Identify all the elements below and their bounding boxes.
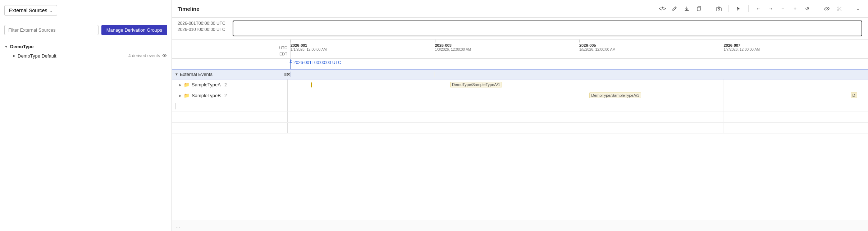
toolbar-group-cursor	[733, 4, 744, 14]
sample-type-a-count: 2	[224, 82, 227, 87]
zoom-in-button[interactable]: +	[790, 4, 800, 14]
link-button[interactable]	[822, 4, 832, 14]
grid-line	[578, 112, 578, 122]
cursor-line-area: 🖈 2026-001T00:00:00 UTC	[291, 59, 868, 69]
grid-line	[723, 123, 723, 133]
left-panel: External Sources ⌄ Manage Derivation Gro…	[0, 0, 172, 231]
resize-handle[interactable]	[175, 103, 178, 109]
ruler-tick: 2026-001 1/1/2026, 12:00:00 AM	[291, 40, 327, 51]
cursor-button[interactable]	[733, 4, 744, 14]
toolbar-group-left: </>	[657, 4, 704, 14]
empty-track-2	[288, 112, 868, 122]
grid-line	[433, 90, 433, 101]
rows-container: ▼ External Events ≡✖ ▶ 📁 Sample	[172, 69, 868, 231]
tick-line	[291, 40, 291, 42]
zoom-out-button[interactable]: −	[777, 4, 788, 14]
time-display-row: 2026-001T00:00:00 UTC 2026-010T00:00:00 …	[172, 18, 868, 40]
tick-date: 2026-003	[435, 43, 452, 47]
time-range-display: 2026-001T00:00:00 UTC 2026-010T00:00:00 …	[178, 21, 225, 36]
grid-line	[578, 123, 578, 133]
time-selection-box[interactable]	[233, 21, 862, 36]
row-expand-arrow[interactable]: ▶	[179, 94, 182, 98]
grid-line	[578, 101, 578, 112]
tick-line	[579, 40, 580, 42]
svg-rect-2	[716, 8, 721, 11]
grid-line	[723, 112, 723, 122]
toolbar-divider-3	[748, 5, 749, 12]
undo-button[interactable]: ↺	[802, 4, 813, 14]
edit-button[interactable]	[669, 4, 680, 14]
tick-line	[435, 40, 435, 42]
tick-time: 1/1/2026, 12:00:00 AM	[291, 47, 327, 51]
section-collapse-icon[interactable]: ▼	[175, 72, 178, 76]
scissors-button[interactable]	[834, 4, 845, 14]
grid-line	[578, 80, 578, 90]
filter-input[interactable]	[4, 25, 99, 35]
tree-child-demotype-default[interactable]: ▶ DemoType Default 4 derived events 👁	[0, 51, 172, 60]
tick-time: 1/3/2026, 12:00:00 AM	[435, 47, 471, 51]
cursor-label-col	[172, 59, 291, 69]
tick-date: 2026-001	[291, 43, 307, 47]
time-range-start: 2026-001T00:00:00 UTC	[178, 21, 225, 27]
external-sources-dropdown[interactable]: External Sources ⌄	[4, 5, 57, 16]
empty-row-2	[172, 112, 868, 123]
forward-button[interactable]: →	[765, 4, 776, 14]
grid-line-2	[578, 72, 578, 77]
eye-icon[interactable]: 👁	[162, 53, 167, 59]
empty-track-3	[288, 123, 868, 133]
svg-rect-1	[697, 7, 700, 11]
sample-type-b-track: DemoType/SampleTypeA/3 D	[288, 90, 868, 101]
tree-child-arrow-icon: ▶	[13, 54, 15, 58]
utc-edt-label: UTC EDT	[175, 45, 287, 57]
tick-time: 1/5/2026, 12:00:00 AM	[579, 47, 616, 51]
row-expand-arrow[interactable]: ▶	[179, 83, 182, 87]
toolbar-divider-2	[728, 5, 729, 12]
time-range-end: 2026-010T00:00:00 UTC	[178, 27, 225, 33]
folder-icon: 📁	[184, 93, 189, 98]
clipboard-button[interactable]	[694, 4, 704, 14]
toolbar-more-button[interactable]: ⌄	[854, 4, 862, 13]
tree-child-label: DemoType Default	[18, 53, 56, 59]
cursor-timestamp: 2026-001T00:00:00 UTC	[293, 60, 341, 65]
sample-type-b-count: 2	[224, 93, 227, 98]
table-row: ▶ 📁 SampleTypeA 2 DemoType/SampleTypeA/1	[172, 80, 868, 90]
timeline-ruler-area: UTC EDT 2026-001 1/1/2026, 12:00:00 AM 2…	[172, 40, 868, 59]
event-chip-2: DemoType/SampleTypeA/3	[589, 92, 641, 98]
edt-label: EDT	[175, 51, 287, 57]
tree-item-demotype[interactable]: ▼ DemoType	[0, 42, 172, 51]
ruler-tick: 2026-005 1/5/2026, 12:00:00 AM	[579, 40, 616, 51]
ruler-tick: 2026-003 1/3/2026, 12:00:00 AM	[435, 40, 471, 51]
code-button[interactable]: </>	[657, 4, 668, 14]
grid-line	[723, 101, 723, 112]
svg-point-4	[837, 7, 839, 8]
event-marker-1	[311, 82, 312, 87]
bottom-dots-menu[interactable]: ...	[172, 220, 868, 231]
toolbar-divider-4	[817, 5, 817, 12]
timeline-content: 2026-001T00:00:00 UTC 2026-010T00:00:00 …	[172, 18, 868, 231]
grid-line	[433, 112, 433, 122]
camera-button[interactable]	[713, 4, 724, 14]
derived-events-badge: 4 derived events 👁	[128, 53, 167, 59]
back-button[interactable]: ←	[753, 4, 764, 14]
tree-top-label: DemoType	[10, 44, 34, 49]
grid-line	[723, 80, 723, 90]
dropdown-label: External Sources	[9, 8, 47, 13]
toolbar-group-link	[822, 4, 845, 14]
event-chip-end: D	[851, 92, 857, 98]
empty-row-1	[172, 101, 868, 112]
ruler-label-col: UTC EDT	[172, 40, 291, 58]
sample-type-a-track: DemoType/SampleTypeA/1	[288, 80, 868, 90]
chevron-down-icon: ⌄	[50, 9, 52, 13]
tree-area: ▼ DemoType ▶ DemoType Default 4 derived …	[0, 39, 172, 231]
external-events-header-track	[291, 72, 865, 77]
filter-rows-icon[interactable]: ≡✖	[284, 72, 290, 77]
empty-track-1	[288, 101, 868, 112]
grid-line	[723, 90, 723, 101]
table-row: ▶ 📁 SampleTypeB 2 DemoType/SampleTypeA/3…	[172, 90, 868, 101]
toolbar-group-camera	[713, 4, 724, 14]
manage-derivation-groups-button[interactable]: Manage Derivation Groups	[101, 25, 167, 35]
empty-row-label-2	[172, 112, 288, 122]
download-button[interactable]	[681, 4, 692, 14]
external-events-label: External Events	[180, 72, 213, 77]
derived-events-text: 4 derived events	[128, 53, 160, 58]
